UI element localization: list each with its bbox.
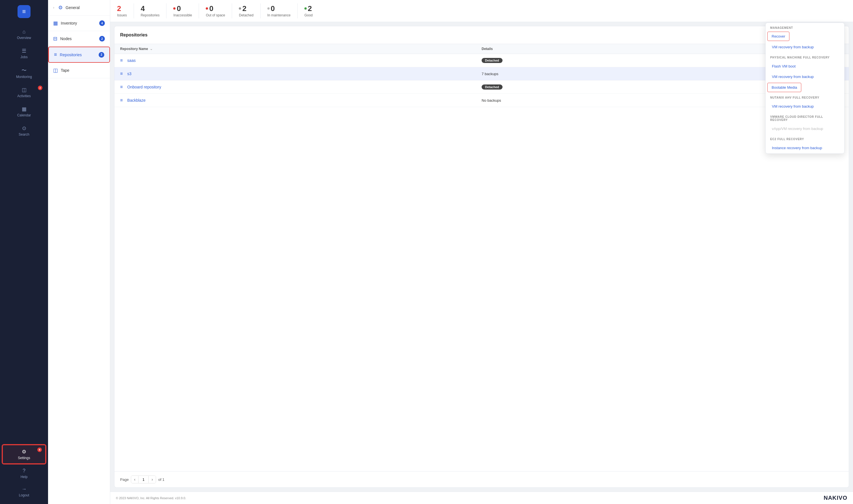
monitoring-icon: 〜 bbox=[21, 67, 26, 74]
search-icon: ⊙ bbox=[22, 125, 26, 131]
repo-saas-icon: ≡ bbox=[120, 58, 123, 63]
stat-repositories: 4 Repositories bbox=[141, 3, 167, 18]
calendar-icon: ▦ bbox=[22, 106, 26, 112]
panel-item-repositories[interactable]: ≡ Repositories 2 bbox=[48, 47, 110, 63]
sidebar-label-calendar: Calendar bbox=[17, 113, 31, 117]
activities-icon: ◫ bbox=[22, 87, 26, 93]
repo-backblaze-name[interactable]: Backblaze bbox=[127, 98, 145, 103]
good-label: Good bbox=[304, 13, 313, 17]
stat-issues: 2 Issues bbox=[117, 3, 134, 18]
instance-recovery-item[interactable]: Instance recovery from backup bbox=[767, 143, 842, 153]
repo-s3-icon: ≡ bbox=[120, 71, 123, 76]
in-maintenance-count: 0 bbox=[271, 4, 275, 13]
panel-item-inventory[interactable]: ▦ Inventory 4 bbox=[48, 16, 110, 31]
sidebar-label-monitoring: Monitoring bbox=[16, 75, 32, 79]
vmware-cloud-section-title: VMWARE CLOUD DIRECTOR FULL RECOVERY bbox=[766, 112, 844, 123]
panel-label-repositories: Repositories bbox=[60, 53, 82, 57]
ec2-section-title: EC2 FULL RECOVERY bbox=[766, 134, 844, 142]
management-section: MANAGEMENT Recover bbox=[766, 23, 844, 41]
repo-onboard-icon: ≡ bbox=[120, 85, 123, 90]
nakivo-logo: NAKIVO bbox=[823, 495, 847, 501]
repo-onboard-detached-badge: Detached bbox=[482, 85, 502, 90]
sidebar-item-jobs[interactable]: ☰ Jobs bbox=[2, 44, 46, 62]
vm-recovery-backup-item[interactable]: VM recovery from backup bbox=[767, 42, 842, 52]
panel-label-tape: Tape bbox=[61, 68, 69, 73]
panel-item-general[interactable]: › ⚙ General bbox=[48, 0, 110, 16]
issues-count: 2 bbox=[117, 4, 121, 13]
panel-item-tape[interactable]: ◫ Tape bbox=[48, 63, 110, 78]
panel-label-nodes: Nodes bbox=[60, 36, 71, 41]
general-icon: ⚙ bbox=[58, 4, 63, 11]
out-of-space-dot bbox=[206, 7, 208, 10]
stats-bar: 2 Issues 4 Repositories 0 Inaccessible 0… bbox=[110, 0, 853, 22]
inaccessible-label: Inaccessible bbox=[173, 13, 192, 17]
repo-backblaze-icon: ≡ bbox=[120, 98, 123, 103]
activities-badge: 2 bbox=[38, 86, 42, 90]
of-label: of 1 bbox=[158, 478, 164, 482]
repo-saas-name[interactable]: saas bbox=[127, 58, 136, 63]
col-name-label: Repository Name bbox=[120, 47, 148, 51]
stat-detached: 2 Detached bbox=[239, 3, 260, 18]
sidebar-item-logout[interactable]: → Logout bbox=[2, 483, 46, 501]
table-row[interactable]: ≡ Backblaze No backups bbox=[114, 94, 849, 107]
repo-onboard-name-cell: ≡ Onboard repository bbox=[120, 85, 482, 90]
vapp-vm-recovery-item[interactable]: vApp/VM recovery from backup bbox=[767, 124, 842, 133]
repo-saas-detached-badge: Detached bbox=[482, 58, 502, 63]
vm-recovery-physical-item[interactable]: VM recovery from backup bbox=[767, 72, 842, 82]
nutanix-vm-recovery-item[interactable]: VM recovery from backup bbox=[767, 102, 842, 111]
repositories-section: Repositories 🔍 ↻ + Repository Name ⌄ Det… bbox=[114, 26, 849, 488]
sidebar-item-search[interactable]: ⊙ Search bbox=[2, 122, 46, 140]
recover-button[interactable]: Recover bbox=[767, 32, 789, 41]
nodes-badge: 2 bbox=[99, 36, 105, 41]
nutanix-section-title: NUTANIX AHV FULL RECOVERY bbox=[766, 93, 844, 101]
inventory-badge: 4 bbox=[99, 20, 105, 26]
sidebar-item-help[interactable]: ? Help bbox=[2, 465, 46, 482]
prev-page-button[interactable]: ‹ bbox=[131, 476, 138, 483]
stat-in-maintenance: 0 In maintenance bbox=[267, 3, 298, 18]
inaccessible-dot bbox=[173, 7, 176, 10]
next-page-button[interactable]: › bbox=[149, 476, 156, 483]
repo-s3-name[interactable]: s3 bbox=[127, 71, 131, 76]
sidebar-item-settings[interactable]: ⚙ Settings 8 bbox=[2, 445, 46, 464]
main-content: 2 Issues 4 Repositories 0 Inaccessible 0… bbox=[110, 0, 853, 504]
panel-item-nodes[interactable]: ⊟ Nodes 2 bbox=[48, 31, 110, 47]
repositories-table: ≡ saas Detached ≡ s3 7 backups ≡ bbox=[114, 54, 849, 471]
good-dot bbox=[304, 7, 307, 10]
page-label: Page bbox=[120, 478, 129, 482]
vm-recovery-section: VM recovery from backup bbox=[766, 42, 844, 52]
sidebar-label-help: Help bbox=[21, 475, 28, 479]
sidebar-item-calendar[interactable]: ▦ Calendar bbox=[2, 103, 46, 121]
repo-onboard-name[interactable]: Onboard repository bbox=[127, 85, 161, 89]
home-icon: ⌂ bbox=[23, 29, 26, 35]
table-row[interactable]: ≡ Onboard repository Detached bbox=[114, 80, 849, 94]
bootable-media-item[interactable]: Bootable Media bbox=[767, 83, 801, 92]
col-details-label: Details bbox=[482, 47, 493, 51]
sidebar-label-logout: Logout bbox=[19, 493, 30, 497]
sort-icon[interactable]: ⌄ bbox=[150, 47, 153, 51]
inaccessible-count: 0 bbox=[177, 4, 181, 13]
sidebar-item-activities[interactable]: ◫ Activities 2 bbox=[2, 83, 46, 102]
table-row[interactable]: ≡ s3 7 backups bbox=[114, 67, 849, 80]
repo-saas-name-cell: ≡ saas bbox=[120, 58, 482, 63]
sidebar-item-monitoring[interactable]: 〜 Monitoring bbox=[2, 64, 46, 82]
management-section-title: MANAGEMENT bbox=[766, 23, 844, 31]
chevron-icon: › bbox=[53, 6, 54, 10]
repositories-stat-label: Repositories bbox=[141, 13, 160, 17]
repositories-header: Repositories 🔍 ↻ + bbox=[114, 26, 849, 44]
in-maintenance-dot bbox=[267, 7, 270, 10]
sidebar-label-jobs: Jobs bbox=[20, 55, 28, 59]
second-panel: › ⚙ General ▦ Inventory 4 ⊟ Nodes 2 ≡ Re… bbox=[48, 0, 110, 504]
logo-shield-icon: ≡ bbox=[18, 5, 31, 18]
repo-s3-name-cell: ≡ s3 bbox=[120, 71, 482, 76]
table-row[interactable]: ≡ saas Detached bbox=[114, 54, 849, 67]
detached-dot bbox=[239, 7, 241, 10]
stat-out-of-space: 0 Out of space bbox=[206, 3, 232, 18]
sidebar-logo: ≡ bbox=[0, 0, 48, 22]
sidebar-item-overview[interactable]: ⌂ Overview bbox=[2, 25, 46, 43]
stat-good: 2 Good bbox=[304, 3, 319, 18]
settings-icon: ⚙ bbox=[22, 449, 26, 455]
table-header: Repository Name ⌄ Details bbox=[114, 44, 849, 54]
repositories-count: 4 bbox=[141, 4, 145, 13]
flash-vm-boot-item[interactable]: Flash VM boot bbox=[767, 61, 842, 71]
repo-backblaze-name-cell: ≡ Backblaze bbox=[120, 98, 482, 103]
